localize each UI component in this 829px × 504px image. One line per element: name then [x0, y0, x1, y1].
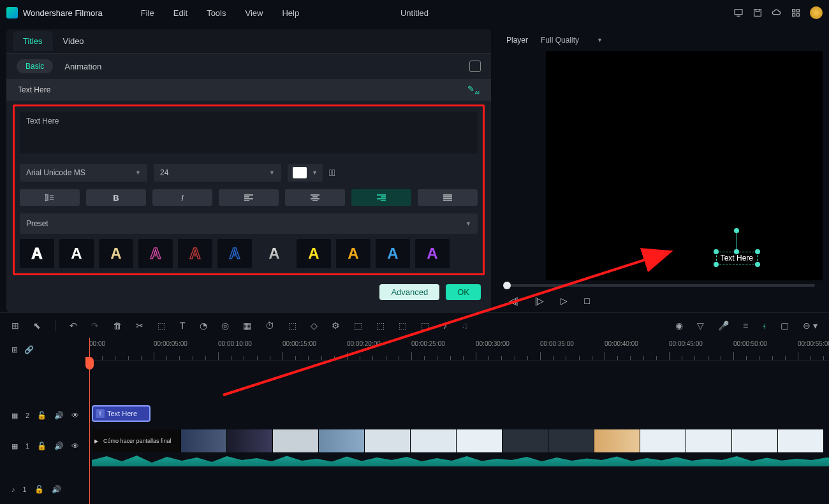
- playback-slider[interactable]: [505, 284, 815, 287]
- tool-b-icon[interactable]: ⬚: [376, 320, 385, 331]
- preset-4[interactable]: A: [138, 239, 173, 268]
- bold-button[interactable]: B: [86, 189, 146, 206]
- svg-rect-0: [735, 10, 742, 15]
- settings-icon[interactable]: ⚙: [332, 320, 340, 331]
- ok-button[interactable]: OK: [446, 284, 481, 300]
- undo-icon[interactable]: ↶: [70, 320, 77, 331]
- play-icon[interactable]: ▷: [561, 296, 568, 306]
- audio-waveform[interactable]: [92, 454, 829, 466]
- ai-icon[interactable]: ✎AI: [467, 84, 480, 96]
- preset-5[interactable]: A: [178, 239, 212, 268]
- video-preview[interactable]: Text Here: [546, 51, 823, 280]
- mic-icon[interactable]: 🎤: [718, 320, 729, 331]
- eyedropper-icon[interactable]: �⃠: [329, 168, 335, 178]
- tool-a-icon[interactable]: ⬚: [354, 320, 362, 331]
- track-t2-mute-icon[interactable]: 🔊: [54, 411, 64, 420]
- align-justify-button[interactable]: [418, 189, 478, 206]
- time-ruler[interactable]: 00:0000:00:05:0000:00:10:0000:00:15:0000…: [89, 338, 829, 361]
- adjust-icon[interactable]: ▦: [243, 320, 251, 331]
- redo-icon[interactable]: ↷: [91, 320, 99, 331]
- fullscreen-icon[interactable]: ▢: [781, 320, 789, 331]
- timer-icon[interactable]: ⏱: [265, 320, 274, 331]
- mixer-icon[interactable]: ≡: [743, 320, 748, 331]
- marker-icon[interactable]: ◉: [675, 320, 683, 331]
- document-title: Untitled: [400, 8, 429, 18]
- track-t2-lock-icon[interactable]: 🔓: [37, 411, 47, 420]
- menu-view[interactable]: View: [245, 8, 263, 18]
- menu-help[interactable]: Help: [282, 8, 299, 18]
- add-track-icon[interactable]: ⊞: [11, 320, 19, 331]
- text-clip[interactable]: TText Here: [92, 405, 150, 422]
- color-icon[interactable]: ◎: [221, 320, 229, 331]
- preset-3[interactable]: A: [99, 239, 133, 268]
- preview-text-overlay[interactable]: Text Here: [716, 252, 758, 264]
- subtab-basic[interactable]: Basic: [17, 59, 53, 73]
- speed-icon[interactable]: ◔: [200, 320, 207, 331]
- track-a1-lock-icon[interactable]: 🔓: [34, 485, 44, 494]
- preset-dropdown[interactable]: Preset ▼: [20, 213, 478, 234]
- preset-7[interactable]: A: [257, 239, 291, 268]
- tool-d-icon[interactable]: ⬚: [421, 320, 429, 331]
- track-v1-mute-icon[interactable]: 🔊: [54, 442, 64, 450]
- align-right-button[interactable]: [351, 189, 411, 206]
- text-color-picker[interactable]: ▼: [288, 164, 323, 182]
- ruler-mark: 00:00:35:00: [540, 340, 574, 347]
- cloud-icon[interactable]: [772, 8, 782, 18]
- inspector-panel: Titles Video Basic Animation Text Here ✎…: [6, 29, 491, 312]
- save-preset-icon[interactable]: [469, 61, 481, 72]
- italic-button[interactable]: I: [152, 189, 212, 206]
- stop-icon[interactable]: □: [584, 296, 589, 306]
- font-size-value: 24: [160, 168, 168, 177]
- subtab-animation[interactable]: Animation: [64, 62, 101, 71]
- line-spacing-button[interactable]: [20, 189, 80, 206]
- preset-9[interactable]: A: [336, 239, 370, 268]
- keyframe-icon[interactable]: ⬚: [288, 320, 297, 331]
- zoom-out-icon[interactable]: ⊖ ▾: [803, 320, 818, 331]
- monitor-icon[interactable]: [733, 8, 744, 18]
- playhead[interactable]: [89, 338, 90, 504]
- preset-2[interactable]: A: [59, 239, 94, 268]
- crop-icon[interactable]: ⬚: [158, 320, 166, 331]
- text-tool-icon[interactable]: T: [180, 320, 186, 331]
- tab-titles[interactable]: Titles: [13, 31, 53, 51]
- preset-10[interactable]: A: [376, 239, 410, 268]
- user-avatar[interactable]: [810, 6, 823, 19]
- save-icon[interactable]: [752, 8, 763, 18]
- audio-tool-icon[interactable]: ♪: [443, 320, 448, 331]
- video-clip[interactable]: Cómo hacer pantallas final: [92, 429, 824, 452]
- track-v1-lock-icon[interactable]: 🔓: [37, 442, 47, 450]
- align-left-button[interactable]: [219, 189, 279, 206]
- track-t2-visible-icon[interactable]: 👁: [71, 411, 79, 420]
- delete-icon[interactable]: 🗑: [113, 320, 122, 331]
- track-a1-mute-icon[interactable]: 🔊: [52, 485, 61, 494]
- render-icon[interactable]: ⫞: [762, 320, 767, 331]
- cut-icon[interactable]: ✂: [136, 320, 143, 331]
- preset-6[interactable]: A: [217, 239, 252, 268]
- align-center-button[interactable]: [285, 189, 345, 206]
- tool-c-icon[interactable]: ⬚: [399, 320, 407, 331]
- quality-dropdown[interactable]: Full Quality▼: [541, 36, 603, 45]
- menu-edit[interactable]: Edit: [173, 8, 187, 18]
- music-icon[interactable]: ♫: [462, 320, 469, 331]
- bookmark-icon[interactable]: ▽: [697, 320, 704, 331]
- font-size-dropdown[interactable]: 24▼: [154, 164, 281, 182]
- timeline-add-icon[interactable]: ⊞: [11, 345, 18, 354]
- mask-icon[interactable]: ◇: [311, 320, 318, 331]
- tab-video[interactable]: Video: [53, 31, 94, 51]
- advanced-button[interactable]: Advanced: [379, 284, 439, 300]
- title-text-input[interactable]: Text Here: [20, 112, 478, 154]
- timeline-link-icon[interactable]: 🔗: [24, 345, 34, 354]
- preset-11[interactable]: A: [415, 239, 450, 268]
- track-v1-visible-icon[interactable]: 👁: [71, 442, 79, 450]
- ruler-mark: 00:00:30:00: [476, 340, 510, 347]
- next-frame-icon[interactable]: |▷: [535, 296, 545, 306]
- grid-icon[interactable]: [791, 8, 801, 18]
- preset-8[interactable]: A: [297, 239, 331, 268]
- menu-file[interactable]: File: [141, 8, 154, 18]
- preset-1[interactable]: A: [20, 239, 54, 268]
- ruler-mark: 00:00:50:00: [733, 340, 767, 347]
- prev-frame-icon[interactable]: ◁|: [509, 296, 518, 306]
- menu-tools[interactable]: Tools: [207, 8, 226, 18]
- font-family-dropdown[interactable]: Arial Unicode MS▼: [20, 164, 147, 182]
- select-tool-icon[interactable]: ⬉: [33, 320, 41, 331]
